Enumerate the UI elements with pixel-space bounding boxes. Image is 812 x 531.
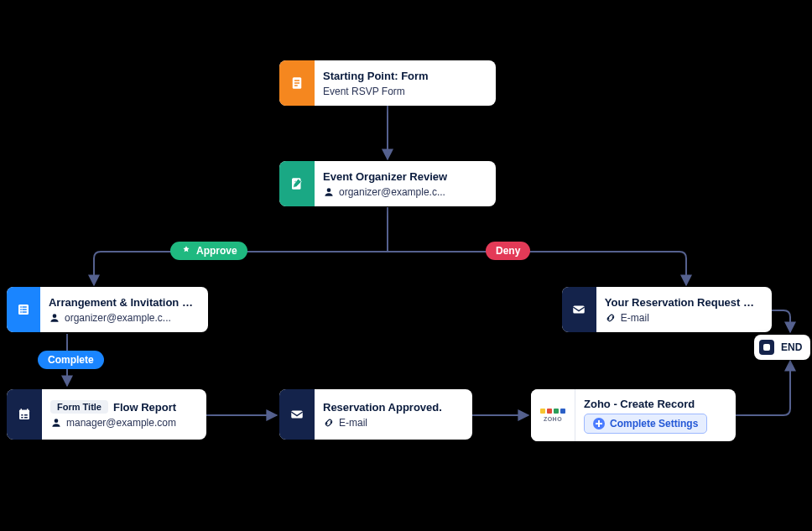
- svg-rect-16: [21, 409, 23, 411]
- svg-rect-10: [22, 309, 26, 310]
- node-title: Starting Point: Form: [323, 70, 429, 82]
- review-icon: [279, 161, 315, 206]
- svg-rect-17: [27, 409, 29, 411]
- svg-rect-3: [294, 85, 298, 86]
- node-title: Arrangement & Invitation Co...: [49, 296, 198, 309]
- mail-icon: [279, 389, 315, 440]
- svg-rect-2: [294, 82, 299, 84]
- node-reservation-approved[interactable]: Reservation Approved. E-mail: [279, 389, 472, 440]
- node-subtitle: organizer@example.c...: [49, 312, 198, 324]
- calendar-icon: [7, 389, 42, 440]
- svg-rect-18: [21, 414, 23, 416]
- user-icon: [49, 312, 60, 324]
- node-title: Form Title Flow Report: [50, 400, 176, 414]
- zoho-icon: ZOHO: [531, 389, 575, 441]
- svg-rect-24: [574, 306, 586, 314]
- list-icon: [7, 287, 40, 332]
- deny-pill[interactable]: Deny: [486, 242, 530, 260]
- node-flow-report[interactable]: Form Title Flow Report manager@example.c…: [7, 389, 206, 440]
- node-title: Reservation Approved.: [323, 401, 442, 414]
- node-zoho[interactable]: ZOHO Zoho - Create Record Complete Setti…: [531, 389, 736, 441]
- node-arrangement[interactable]: Arrangement & Invitation Co... organizer…: [7, 287, 208, 332]
- node-title: Your Reservation Request Ha...: [605, 296, 762, 309]
- svg-rect-1: [294, 80, 299, 81]
- node-subtitle: manager@example.com: [50, 417, 176, 429]
- node-subtitle: E-mail: [323, 417, 442, 429]
- form-icon: [279, 60, 315, 106]
- approve-pill[interactable]: Approve: [170, 242, 247, 260]
- svg-rect-23: [291, 411, 303, 419]
- approve-icon: [180, 245, 192, 257]
- complete-settings-button[interactable]: Complete Settings: [584, 414, 707, 434]
- node-subtitle: Event RSVP Form: [323, 86, 429, 97]
- svg-rect-19: [24, 414, 28, 416]
- node-subtitle: organizer@example.c...: [323, 186, 447, 198]
- svg-rect-9: [20, 309, 22, 310]
- link-icon: [605, 312, 617, 324]
- node-start-form[interactable]: Starting Point: Form Event RSVP Form: [279, 60, 496, 106]
- complete-pill[interactable]: Complete: [38, 351, 104, 369]
- svg-rect-21: [24, 417, 28, 419]
- svg-point-22: [55, 419, 59, 423]
- mail-icon: [562, 287, 596, 332]
- flow-canvas: Starting Point: Form Event RSVP Form Eve…: [0, 0, 812, 531]
- node-title: Zoho - Create Record: [584, 398, 707, 410]
- node-review[interactable]: Event Organizer Review organizer@example…: [279, 161, 496, 206]
- node-action: Complete Settings: [584, 414, 707, 434]
- svg-rect-20: [21, 417, 23, 419]
- svg-point-13: [53, 314, 57, 318]
- end-node[interactable]: END: [754, 335, 810, 360]
- user-icon: [323, 186, 335, 198]
- node-title: Event Organizer Review: [323, 170, 447, 183]
- user-icon: [50, 417, 62, 429]
- link-icon: [323, 417, 335, 429]
- svg-rect-7: [20, 306, 22, 308]
- svg-rect-8: [22, 306, 26, 308]
- node-subtitle: E-mail: [605, 312, 762, 324]
- form-title-chip: Form Title: [50, 400, 108, 414]
- node-reservation-denied[interactable]: Your Reservation Request Ha... E-mail: [562, 287, 772, 332]
- svg-rect-11: [20, 311, 22, 313]
- svg-point-5: [327, 188, 331, 192]
- svg-rect-12: [22, 311, 26, 313]
- stop-icon: [759, 340, 774, 355]
- plus-icon: [593, 418, 605, 429]
